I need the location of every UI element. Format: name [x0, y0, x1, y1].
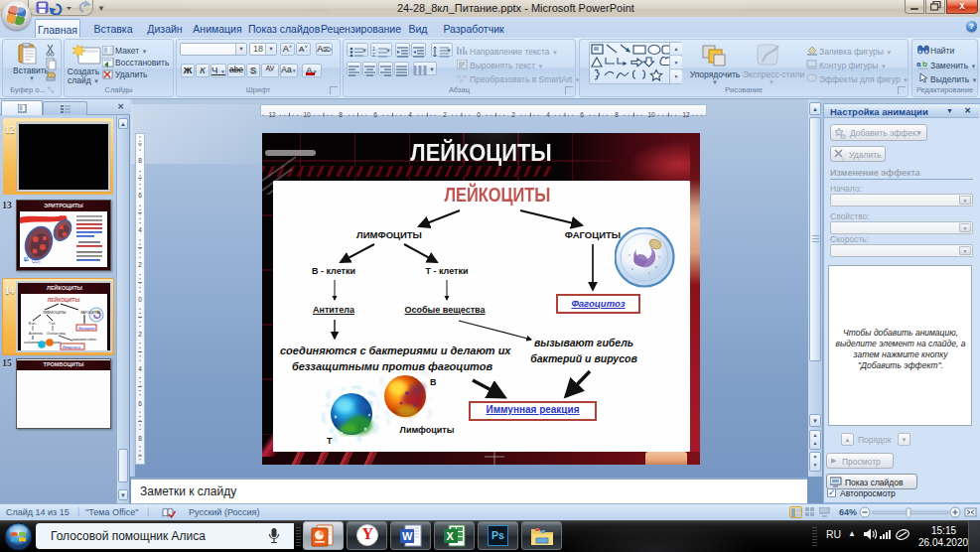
- svg-text:12: 12: [268, 111, 276, 118]
- svg-text:6: 6: [580, 111, 584, 118]
- svg-text:8: 8: [138, 157, 142, 164]
- svg-text:Фагоцитоз: Фагоцитоз: [78, 327, 95, 331]
- svg-text:12: 12: [682, 111, 690, 118]
- svg-text:10: 10: [303, 111, 311, 118]
- svg-text:4: 4: [546, 111, 550, 118]
- svg-text:2: 2: [443, 111, 447, 118]
- svg-text:CO₂: CO₂: [32, 259, 41, 264]
- svg-text:Антитела: Антитела: [29, 332, 43, 336]
- svg-text:10: 10: [647, 111, 655, 118]
- svg-text:8: 8: [138, 435, 142, 442]
- svg-text:2: 2: [372, 52, 375, 58]
- svg-text:8: 8: [339, 111, 343, 118]
- svg-text:ФАГОЦИТЫ: ФАГОЦИТЫ: [80, 311, 100, 315]
- svg-text:Особые вещ.: Особые вещ.: [47, 332, 67, 336]
- svg-text:W: W: [402, 530, 413, 542]
- svg-text:ЛЕЙКОЦИТЫ: ЛЕЙКОЦИТЫ: [48, 296, 80, 303]
- svg-text:Иммунная р.: Иммунная р.: [63, 345, 81, 349]
- svg-text:ЛИМФОЦИТЫ: ЛИМФОЦИТЫ: [43, 311, 66, 315]
- svg-text:0: 0: [477, 111, 481, 118]
- svg-text:2: 2: [138, 261, 142, 268]
- svg-text:6: 6: [138, 400, 142, 407]
- svg-text:6: 6: [373, 111, 377, 118]
- svg-text:2: 2: [138, 331, 142, 338]
- svg-text:вызывают гибель: вызывают гибель: [72, 338, 97, 342]
- svg-text:b: b: [922, 60, 927, 69]
- svg-text:В-кл.: В-кл.: [29, 322, 36, 326]
- svg-text:0: 0: [138, 296, 142, 303]
- svg-text:2: 2: [511, 111, 515, 118]
- svg-text:Т-кл.: Т-кл.: [49, 322, 56, 326]
- svg-text:6: 6: [138, 192, 142, 199]
- svg-text:4: 4: [138, 365, 142, 372]
- svg-text:a: a: [916, 60, 921, 69]
- svg-text:4: 4: [408, 111, 412, 118]
- svg-text:4: 4: [138, 226, 142, 233]
- svg-text:8: 8: [615, 111, 619, 118]
- svg-text:X: X: [447, 530, 455, 542]
